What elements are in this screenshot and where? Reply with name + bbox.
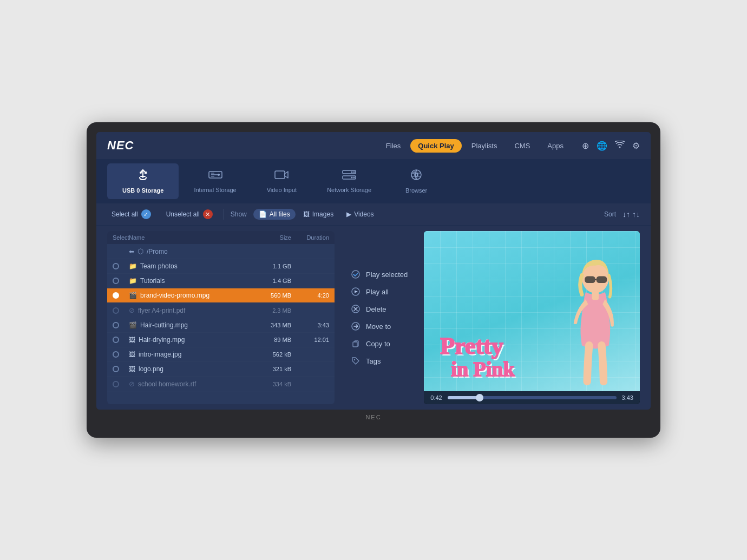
table-row[interactable]: 📁 Team photos 1.1 GB bbox=[107, 259, 335, 274]
nav-cms[interactable]: CMS bbox=[507, 139, 538, 153]
play-all-btn[interactable]: Play all bbox=[351, 287, 408, 297]
radio-btn[interactable] bbox=[113, 351, 119, 358]
filter-divider bbox=[224, 209, 224, 220]
globe-icon[interactable]: 🌐 bbox=[597, 141, 607, 151]
radio-btn[interactable] bbox=[113, 307, 119, 314]
wifi-icon[interactable] bbox=[615, 141, 625, 150]
usb-icon bbox=[135, 169, 150, 184]
nav-quick-play[interactable]: Quick Play bbox=[410, 139, 461, 153]
delete-btn[interactable]: Delete bbox=[351, 304, 408, 314]
gear-icon[interactable]: ⚙ bbox=[632, 141, 640, 151]
nav-files[interactable]: Files bbox=[378, 139, 408, 153]
file-duration: 3:43 bbox=[291, 322, 329, 328]
plus-icon[interactable]: ⊕ bbox=[582, 141, 589, 151]
tags-label: Tags bbox=[366, 357, 381, 365]
main-nav: Files Quick Play Playlists CMS Apps bbox=[378, 139, 571, 153]
show-label: Show bbox=[231, 210, 247, 218]
storage-internal[interactable]: Internal Storage bbox=[179, 163, 251, 199]
svg-point-13 bbox=[352, 271, 359, 278]
progress-thumb[interactable] bbox=[476, 394, 483, 401]
storage-video-input[interactable]: Video Input bbox=[252, 163, 312, 199]
video-input-icon bbox=[274, 169, 289, 183]
radio-btn[interactable] bbox=[113, 322, 119, 328]
file-name-cell: 🎬 brand-video-promo.mpg bbox=[129, 292, 248, 299]
show-videos[interactable]: ▶ Videos bbox=[341, 209, 379, 220]
table-row[interactable]: ⊘ flyer A4-print.pdf 2.3 MB bbox=[107, 303, 335, 318]
delete-icon bbox=[351, 304, 361, 314]
table-row[interactable]: ⬅ ⬡ /Promo bbox=[107, 244, 335, 259]
file-size: 1.1 GB bbox=[248, 263, 291, 269]
table-row[interactable]: 📁 Tutorials 1.4 GB bbox=[107, 274, 335, 288]
context-menu: Play selected Play all bbox=[340, 231, 418, 404]
radio-btn[interactable] bbox=[113, 278, 119, 284]
radio-btn[interactable] bbox=[113, 366, 119, 372]
usb-label: USB 0 Storage bbox=[122, 187, 163, 194]
image-icon: 🖼 bbox=[129, 336, 135, 344]
folder-icon: 📁 bbox=[129, 262, 137, 270]
file-size: 343 MB bbox=[248, 322, 291, 328]
tags-btn[interactable]: Tags bbox=[351, 356, 408, 366]
sort-desc-icon[interactable]: ↓↑ bbox=[622, 210, 630, 219]
network-icon bbox=[342, 169, 356, 183]
woman-figure bbox=[537, 256, 634, 391]
table-row[interactable]: 🖼 intro-image.jpg 562 kB bbox=[107, 347, 335, 362]
file-name: brand-video-promo.mpg bbox=[140, 292, 209, 299]
sort-asc-icon[interactable]: ↑↓ bbox=[632, 210, 640, 219]
svg-point-8 bbox=[353, 177, 355, 179]
file-name: intro-image.jpg bbox=[139, 351, 181, 358]
file-duration: 12:01 bbox=[291, 337, 329, 343]
table-row[interactable]: ⊘ school homework.rtf 334 kB bbox=[107, 377, 335, 392]
radio-btn[interactable] bbox=[113, 337, 119, 343]
storage-browser[interactable]: Browser bbox=[386, 163, 446, 199]
play-all-label: Play all bbox=[366, 288, 389, 296]
header-icons: ⊕ 🌐 ⚙ bbox=[582, 141, 640, 151]
file-name-cell: 📁 Team photos bbox=[129, 262, 248, 270]
sort-icons: ↓↑ ↑↓ bbox=[622, 210, 640, 219]
radio-btn[interactable] bbox=[113, 292, 119, 299]
nav-playlists[interactable]: Playlists bbox=[464, 139, 505, 153]
video-player: Pretty in Pink bbox=[424, 231, 640, 404]
nav-apps[interactable]: Apps bbox=[540, 139, 571, 153]
browser-label: Browser bbox=[405, 187, 427, 194]
radio-btn[interactable] bbox=[113, 381, 119, 387]
file-size: 89 MB bbox=[248, 337, 291, 343]
file-size: 321 kB bbox=[248, 366, 291, 372]
svg-point-10 bbox=[351, 177, 353, 179]
file-size: 560 MB bbox=[248, 292, 291, 299]
move-to-label: Move to bbox=[366, 322, 391, 331]
x-circle-icon: ✕ bbox=[203, 209, 213, 219]
storage-network[interactable]: Network Storage bbox=[312, 163, 386, 199]
play-selected-btn[interactable]: Play selected bbox=[351, 269, 408, 279]
video-icon: 🎬 bbox=[129, 292, 137, 299]
unselect-all-btn[interactable]: Unselect all ✕ bbox=[162, 208, 217, 221]
svg-point-11 bbox=[411, 170, 421, 180]
progress-bar[interactable] bbox=[448, 396, 617, 399]
file-name-cell: 🖼 logo.png bbox=[129, 365, 248, 373]
svg-rect-4 bbox=[275, 171, 285, 179]
table-row[interactable]: 🖼 Hair-drying.mpg 89 MB 12:01 bbox=[107, 333, 335, 347]
current-time: 0:42 bbox=[430, 394, 442, 401]
copy-to-btn[interactable]: Copy to bbox=[351, 339, 408, 348]
col-select: Select bbox=[113, 234, 129, 241]
svg-point-9 bbox=[351, 172, 353, 173]
radio-btn[interactable] bbox=[113, 263, 119, 269]
show-all-files[interactable]: 📄 All files bbox=[253, 209, 296, 220]
file-name: Hair-cutting.mpg bbox=[140, 321, 188, 329]
file-name: logo.png bbox=[139, 365, 163, 373]
storage-usb[interactable]: USB 0 Storage bbox=[107, 163, 179, 199]
file-size: 1.4 GB bbox=[248, 278, 291, 284]
file-size: 562 kB bbox=[248, 351, 291, 358]
blocked-icon: ⊘ bbox=[129, 380, 135, 388]
file-size: 2.3 MB bbox=[248, 307, 291, 314]
svg-rect-21 bbox=[597, 276, 607, 284]
filter-bar: Select all ✓ Unselect all ✕ Show 📄 All f… bbox=[96, 203, 651, 226]
select-all-btn[interactable]: Select all ✓ bbox=[107, 208, 155, 221]
file-name: Tutorials bbox=[140, 277, 165, 285]
file-name: flyer A4-print.pdf bbox=[138, 307, 185, 314]
table-row[interactable]: 🎬 brand-video-promo.mpg 560 MB 4:20 bbox=[107, 288, 335, 303]
table-row[interactable]: 🎬 Hair-cutting.mpg 343 MB 3:43 bbox=[107, 318, 335, 333]
show-images[interactable]: 🖼 Images bbox=[298, 209, 339, 220]
file-name: /Promo bbox=[147, 248, 168, 255]
table-row[interactable]: 🖼 logo.png 321 kB bbox=[107, 362, 335, 377]
move-to-btn[interactable]: Move to bbox=[351, 321, 408, 331]
